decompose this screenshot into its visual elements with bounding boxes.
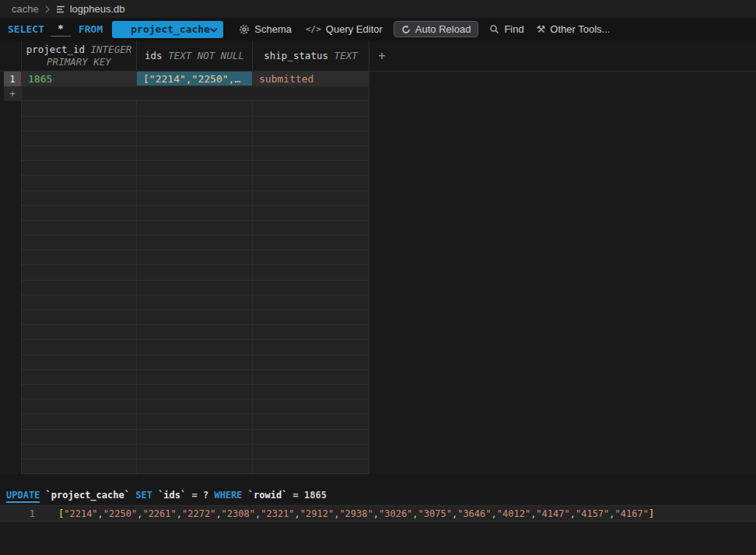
empty-cell[interactable] <box>22 340 137 354</box>
empty-cell[interactable] <box>253 117 369 131</box>
empty-row[interactable] <box>0 101 756 116</box>
empty-cell[interactable] <box>253 414 369 429</box>
empty-cell[interactable] <box>253 340 369 354</box>
empty-cell[interactable] <box>253 385 369 400</box>
empty-cell[interactable] <box>22 295 137 310</box>
empty-cell[interactable] <box>22 325 137 340</box>
empty-row[interactable] <box>0 117 756 131</box>
empty-row[interactable] <box>0 146 756 161</box>
add-row-cell[interactable] <box>22 86 369 101</box>
empty-cell[interactable] <box>22 310 137 325</box>
empty-row[interactable] <box>0 191 756 206</box>
empty-cell[interactable] <box>22 161 137 176</box>
empty-row[interactable] <box>0 176 756 190</box>
empty-cell[interactable] <box>253 236 369 250</box>
empty-cell[interactable] <box>253 310 369 325</box>
empty-cell[interactable] <box>253 370 369 385</box>
cell-ship-status[interactable]: submitted <box>253 72 369 86</box>
empty-cell[interactable] <box>137 161 253 176</box>
empty-cell[interactable] <box>137 385 253 400</box>
empty-cell[interactable] <box>137 265 253 280</box>
empty-cell[interactable] <box>22 131 137 146</box>
empty-cell[interactable] <box>22 221 137 236</box>
empty-cell[interactable] <box>137 445 253 459</box>
empty-row[interactable] <box>0 265 756 280</box>
empty-cell[interactable] <box>253 281 369 295</box>
empty-row[interactable] <box>0 385 756 400</box>
empty-cell[interactable] <box>137 310 253 325</box>
empty-row[interactable] <box>0 295 756 310</box>
empty-cell[interactable] <box>22 430 137 445</box>
empty-cell[interactable] <box>137 414 253 429</box>
empty-row[interactable] <box>0 236 756 250</box>
empty-row[interactable] <box>0 281 756 295</box>
empty-row[interactable] <box>0 445 756 459</box>
empty-cell[interactable] <box>253 161 369 176</box>
empty-cell[interactable] <box>137 206 253 221</box>
empty-row[interactable] <box>0 355 756 370</box>
empty-row[interactable] <box>0 131 756 146</box>
empty-cell[interactable] <box>253 131 369 146</box>
empty-cell[interactable] <box>137 146 253 161</box>
empty-cell[interactable] <box>22 370 137 385</box>
empty-cell[interactable] <box>137 176 253 190</box>
empty-cell[interactable] <box>137 370 253 385</box>
empty-row[interactable] <box>0 400 756 414</box>
empty-cell[interactable] <box>22 236 137 250</box>
empty-row[interactable] <box>0 459 756 474</box>
empty-cell[interactable] <box>137 250 253 265</box>
empty-cell[interactable] <box>137 295 253 310</box>
schema-button[interactable]: Schema <box>239 23 292 35</box>
empty-row[interactable] <box>0 250 756 265</box>
add-row-button[interactable]: + <box>0 86 22 101</box>
empty-cell[interactable] <box>137 325 253 340</box>
empty-cell[interactable] <box>253 445 369 459</box>
breadcrumb-file[interactable]: logpheus.db <box>70 3 125 15</box>
empty-cell[interactable] <box>137 191 253 206</box>
empty-cell[interactable] <box>253 250 369 265</box>
empty-cell[interactable] <box>137 340 253 354</box>
empty-cell[interactable] <box>253 191 369 206</box>
row-number-gutter[interactable]: 1 <box>0 72 22 86</box>
empty-cell[interactable] <box>22 355 137 370</box>
empty-cell[interactable] <box>22 176 137 190</box>
column-header-ship-status[interactable]: ship_status TEXT <box>253 40 369 71</box>
empty-cell[interactable] <box>22 445 137 459</box>
empty-cell[interactable] <box>22 117 137 131</box>
empty-cell[interactable] <box>22 101 137 116</box>
empty-cell[interactable] <box>253 295 369 310</box>
empty-cell[interactable] <box>22 281 137 295</box>
cell-ids-selected[interactable]: ["2214","2250","2261","2272","2308","232… <box>137 72 253 86</box>
empty-row[interactable] <box>0 430 756 445</box>
empty-cell[interactable] <box>137 430 253 445</box>
empty-cell[interactable] <box>137 117 253 131</box>
empty-cell[interactable] <box>22 414 137 429</box>
editor-current-line[interactable]: 1 ["2214","2250","2261","2272","2308","2… <box>0 505 756 522</box>
column-header-project-id[interactable]: project_id INTEGER PRIMARY KEY <box>22 40 137 71</box>
empty-cell[interactable] <box>253 459 369 474</box>
other-tools-button[interactable]: ⚒ Other Tools... <box>537 23 611 35</box>
cell-project-id[interactable]: 1865 <box>22 72 137 86</box>
empty-row[interactable] <box>0 340 756 354</box>
empty-cell[interactable] <box>22 459 137 474</box>
empty-cell[interactable] <box>137 281 253 295</box>
select-columns-field[interactable]: * <box>51 23 71 37</box>
find-button[interactable]: Find <box>489 23 523 35</box>
empty-cell[interactable] <box>253 355 369 370</box>
empty-row[interactable] <box>0 414 756 429</box>
empty-cell[interactable] <box>137 355 253 370</box>
empty-cell[interactable] <box>137 459 253 474</box>
empty-row[interactable] <box>0 370 756 385</box>
empty-cell[interactable] <box>137 236 253 250</box>
empty-row[interactable] <box>0 325 756 340</box>
add-column-button[interactable]: + <box>373 40 391 71</box>
empty-cell[interactable] <box>253 221 369 236</box>
table-select-dropdown[interactable]: project_cache <box>112 21 223 38</box>
empty-cell[interactable] <box>22 400 137 414</box>
empty-row[interactable] <box>0 206 756 221</box>
empty-cell[interactable] <box>137 400 253 414</box>
empty-cell[interactable] <box>22 265 137 280</box>
empty-cell[interactable] <box>137 101 253 116</box>
empty-cell[interactable] <box>22 250 137 265</box>
empty-cell[interactable] <box>137 131 253 146</box>
